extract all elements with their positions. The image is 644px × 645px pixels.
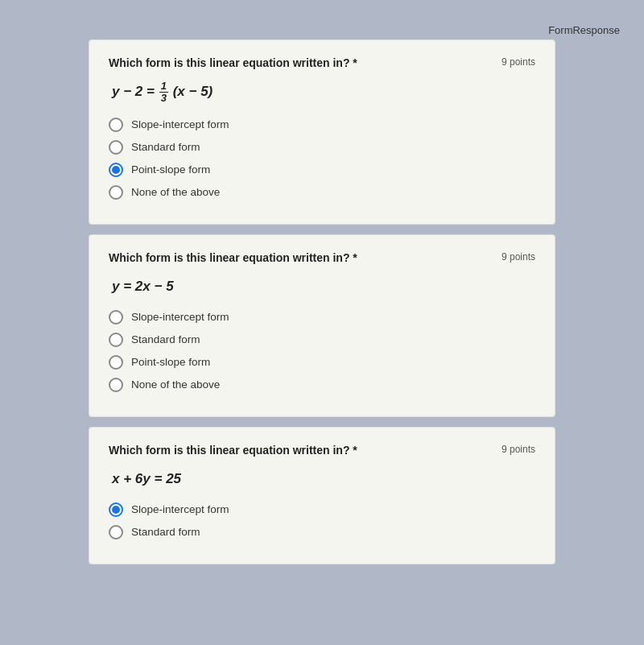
option-3-1[interactable]: Slope-intercept form	[109, 502, 535, 517]
top-bar: FormResponse	[16, 24, 628, 39]
page-container: FormResponse Which form is this linear e…	[0, 16, 644, 629]
option-label-2-3: Point-slope form	[131, 356, 210, 368]
option-1-1[interactable]: Slope-intercept form	[109, 118, 535, 132]
question-card-3: Which form is this linear equation writt…	[89, 427, 555, 564]
radio-2-3[interactable]	[109, 355, 123, 370]
top-bar-text: FormResponse	[548, 24, 620, 36]
radio-2-1[interactable]	[109, 310, 123, 325]
option-label-1-1: Slope-intercept form	[131, 118, 229, 130]
option-label-2-2: Standard form	[131, 333, 200, 345]
question-1-title: Which form is this linear equation writt…	[109, 56, 493, 69]
required-star-1: *	[353, 56, 357, 69]
radio-inner-3-1	[112, 506, 120, 514]
radio-2-2[interactable]	[109, 333, 123, 347]
question-card-2: Which form is this linear equation writt…	[89, 234, 555, 417]
option-2-1[interactable]: Slope-intercept form	[109, 310, 535, 325]
option-2-4[interactable]: None of the above	[109, 378, 535, 392]
option-label-1-2: Standard form	[131, 141, 200, 153]
radio-1-1[interactable]	[109, 118, 123, 132]
option-1-4[interactable]: None of the above	[109, 185, 535, 200]
radio-1-3[interactable]	[109, 163, 123, 177]
equation-2: y = 2x − 5	[112, 275, 535, 297]
option-1-2[interactable]: Standard form	[109, 140, 535, 155]
radio-1-4[interactable]	[109, 185, 123, 200]
question-3-points: 9 points	[502, 444, 535, 455]
question-2-header: Which form is this linear equation writt…	[109, 251, 535, 264]
option-2-2[interactable]: Standard form	[109, 333, 535, 347]
option-label-2-4: None of the above	[131, 378, 220, 391]
question-1-points: 9 points	[502, 56, 535, 68]
option-label-3-2: Standard form	[131, 526, 200, 538]
radio-inner-1-3	[112, 166, 120, 174]
required-star-3: *	[353, 444, 357, 457]
required-star-2: *	[353, 251, 357, 264]
question-2-points: 9 points	[502, 251, 535, 263]
option-label-2-1: Slope-intercept form	[131, 311, 229, 323]
question-2-title: Which form is this linear equation writt…	[109, 251, 493, 264]
equation-3: x + 6y = 25	[112, 468, 535, 490]
question-card-1: Which form is this linear equation writt…	[89, 39, 555, 225]
option-label-1-3: Point-slope form	[131, 163, 210, 176]
option-label-3-1: Slope-intercept form	[131, 503, 229, 515]
equation-1: y − 2 = 1 3 (x − 5)	[112, 81, 535, 105]
radio-1-2[interactable]	[109, 140, 123, 155]
question-1-header: Which form is this linear equation writt…	[109, 56, 535, 69]
radio-3-1[interactable]	[109, 502, 123, 517]
fraction-1: 1 3	[159, 81, 168, 105]
radio-2-4[interactable]	[109, 378, 123, 392]
question-3-header: Which form is this linear equation writt…	[109, 444, 535, 457]
option-2-3[interactable]: Point-slope form	[109, 355, 535, 370]
radio-3-2[interactable]	[109, 525, 123, 540]
question-3-title: Which form is this linear equation writt…	[109, 444, 493, 457]
option-label-1-4: None of the above	[131, 186, 220, 198]
option-3-2[interactable]: Standard form	[109, 525, 535, 540]
option-1-3[interactable]: Point-slope form	[109, 163, 535, 177]
